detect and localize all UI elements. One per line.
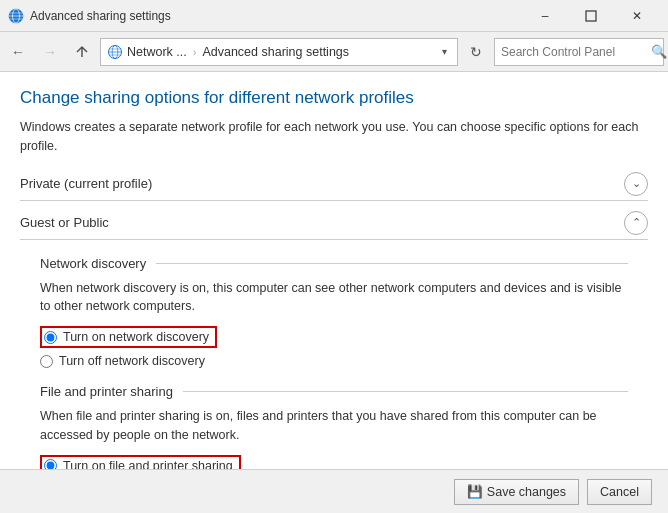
subsection-filesharing-title: File and printer sharing: [40, 384, 173, 399]
save-changes-button[interactable]: 💾 Save changes: [454, 479, 579, 505]
network-discovery-on-option[interactable]: Turn on network discovery: [40, 326, 628, 348]
section-private-header[interactable]: Private (current profile) ⌄: [20, 172, 648, 201]
svg-rect-5: [586, 11, 596, 21]
subsection-divider: [156, 263, 628, 264]
subsection-filesharing-header: File and printer sharing: [40, 384, 628, 399]
subsection-network-discovery-title: Network discovery: [40, 256, 146, 271]
search-input[interactable]: [501, 45, 651, 59]
window-title: Advanced sharing settings: [30, 9, 522, 23]
section-guestpublic-title: Guest or Public: [20, 215, 624, 230]
network-discovery-off-radio[interactable]: [40, 355, 53, 368]
maximize-button[interactable]: [568, 0, 614, 32]
network-icon: [107, 44, 123, 60]
section-guestpublic-chevron: ⌃: [624, 211, 648, 235]
filesharing-on-label: Turn on file and printer sharing: [63, 459, 233, 470]
window-icon: [8, 8, 24, 24]
breadcrumb-separator: ›: [193, 46, 197, 58]
save-icon: 💾: [467, 484, 483, 500]
search-box[interactable]: 🔍: [494, 38, 664, 66]
filesharing-on-option[interactable]: Turn on file and printer sharing: [40, 455, 628, 470]
forward-button[interactable]: →: [36, 38, 64, 66]
address-bar: ← → Network ... › Advanced sharing setti…: [0, 32, 668, 72]
window-controls: – ✕: [522, 0, 660, 32]
subsection-network-discovery-header: Network discovery: [40, 256, 628, 271]
filesharing-description: When file and printer sharing is on, fil…: [40, 407, 628, 445]
page-description: Windows creates a separate network profi…: [20, 118, 648, 156]
minimize-button[interactable]: –: [522, 0, 568, 32]
network-discovery-on-radio[interactable]: [44, 331, 57, 344]
close-button[interactable]: ✕: [614, 0, 660, 32]
address-dropdown-button[interactable]: ▾: [438, 44, 451, 59]
network-discovery-on-label: Turn on network discovery: [63, 330, 209, 344]
section-private-chevron: ⌄: [624, 172, 648, 196]
main-content: Change sharing options for different net…: [0, 72, 668, 513]
bottom-bar: 💾 Save changes Cancel: [0, 469, 668, 513]
breadcrumb-network: Network ...: [127, 45, 187, 59]
save-changes-label: Save changes: [487, 485, 566, 499]
network-discovery-on-highlighted[interactable]: Turn on network discovery: [40, 326, 217, 348]
filesharing-on-radio[interactable]: [44, 459, 57, 469]
section-guestpublic-content: Network discovery When network discovery…: [20, 244, 648, 470]
section-private-title: Private (current profile): [20, 176, 624, 191]
network-discovery-off-option[interactable]: Turn off network discovery: [40, 354, 628, 368]
network-discovery-description: When network discovery is on, this compu…: [40, 279, 628, 317]
section-guestpublic-header[interactable]: Guest or Public ⌃: [20, 211, 648, 240]
filesharing-on-highlighted[interactable]: Turn on file and printer sharing: [40, 455, 241, 470]
up-button[interactable]: [68, 38, 96, 66]
subsection-filesharing-divider: [183, 391, 628, 392]
search-icon[interactable]: 🔍: [651, 44, 667, 59]
address-box[interactable]: Network ... › Advanced sharing settings …: [100, 38, 458, 66]
breadcrumb-current: Advanced sharing settings: [202, 45, 349, 59]
back-button[interactable]: ←: [4, 38, 32, 66]
scroll-container[interactable]: Change sharing options for different net…: [0, 72, 668, 469]
cancel-button[interactable]: Cancel: [587, 479, 652, 505]
refresh-button[interactable]: ↻: [462, 38, 490, 66]
title-bar: Advanced sharing settings – ✕: [0, 0, 668, 32]
network-discovery-off-label: Turn off network discovery: [59, 354, 205, 368]
page-title: Change sharing options for different net…: [20, 88, 648, 108]
